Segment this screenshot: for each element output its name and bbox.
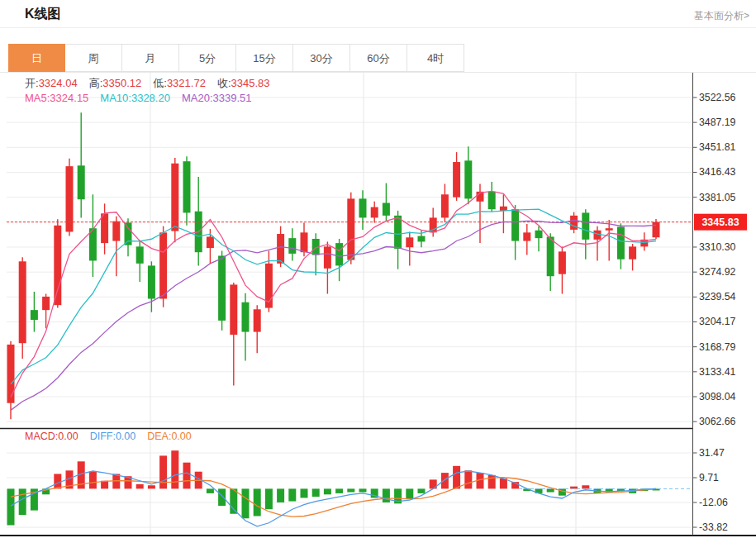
candle[interactable] [629,244,636,270]
macd-bar [288,488,296,501]
candle[interactable] [230,283,237,386]
candles-group [7,112,660,419]
candle-body [406,237,413,247]
candle[interactable] [254,305,261,353]
candle-body [242,302,250,332]
candle-body [112,221,120,241]
candle[interactable] [559,246,566,293]
price-axis-label: 3133.41 [699,366,736,378]
price-axis-label: 3274.92 [699,266,736,278]
ma-item: MA10:3328.20 [100,92,170,104]
price-axis-label: 3522.56 [699,92,736,103]
candle[interactable] [171,158,178,242]
macd-item: DEA:0.00 [147,431,192,442]
candle[interactable] [547,233,554,291]
macd-item: DIFF:0.00 [90,431,136,442]
ma-label: MA20: [182,92,213,104]
macd-bar [265,488,273,509]
candle[interactable] [78,112,85,217]
candle[interactable] [218,251,226,331]
current-price-badge-label: 3345.83 [701,217,739,228]
ohlc-value: 3321.72 [167,77,206,89]
candle[interactable] [54,219,61,307]
candle[interactable] [582,209,589,259]
candle-body [148,265,155,298]
candle-body [288,238,296,254]
macd-legend: MACD:0.00DIFF:0.00DEA:0.00 [25,431,203,442]
candle-body [488,192,496,209]
candle[interactable] [406,231,413,265]
candle[interactable] [453,152,460,201]
candle[interactable] [66,159,74,236]
candle[interactable] [570,212,578,234]
candle-body [523,232,530,240]
macd-bar [7,488,15,525]
macd-axis-label: -33.82 [699,521,728,533]
candle[interactable] [511,205,519,260]
candle[interactable] [347,193,354,264]
ohlc-value: 3350.12 [102,77,141,89]
candle[interactable] [183,156,191,226]
candle[interactable] [359,190,367,230]
ohlc-item: 收:3345.83 [217,77,270,89]
candle[interactable] [606,220,613,260]
candle-body [218,255,226,320]
candle[interactable] [136,240,144,282]
candle-body [559,251,566,274]
macd-bar [324,488,331,494]
macd-bar [312,488,320,497]
macd-axis-label: -12.06 [699,497,728,508]
candle-body [500,207,507,211]
candle[interactable] [617,223,625,269]
ohlc-item: 高:3350.12 [89,77,142,89]
candle[interactable] [464,146,472,204]
candle-body [136,246,144,263]
candle[interactable] [335,239,343,281]
candle-body [464,160,472,198]
candle[interactable] [19,257,26,359]
candle[interactable] [242,293,250,361]
candle[interactable] [488,182,496,212]
macd-value: 0.00 [116,431,136,442]
candle-body [547,236,554,276]
candle[interactable] [148,261,155,312]
ma-label: MA5: [25,92,50,104]
candle-body [606,228,613,231]
candle-body [629,246,636,259]
macd-bar [347,488,354,492]
candle[interactable] [383,183,390,221]
candle-body [570,216,578,230]
candle[interactable] [371,202,378,223]
kline-page: K线图 基本面分析> 日周月5分15分30分60分4时 开:3324.04高:3… [0,0,756,538]
candle-body [159,232,167,298]
candle[interactable] [535,226,543,252]
ohlc-label: 开: [25,77,39,89]
candle[interactable] [195,177,202,265]
candle[interactable] [7,341,15,420]
candle[interactable] [324,241,331,293]
candle[interactable] [441,183,449,221]
candle[interactable] [31,292,38,332]
macd-bar [383,488,390,502]
price-axis-label: 3098.04 [699,391,736,402]
candle[interactable] [265,251,273,312]
candle[interactable] [112,217,120,276]
candle-body [89,228,97,260]
candle-body [207,236,214,248]
ohlc-value: 3345.83 [231,77,270,89]
macd-axis-label: 31.47 [699,447,725,459]
candle[interactable] [89,194,97,277]
macd-bar [207,488,214,493]
macd-bar [418,488,426,493]
candle[interactable] [500,194,507,233]
candle[interactable] [288,228,296,260]
price-axis-label: 3416.43 [699,166,736,178]
macd-bar [136,484,144,489]
candle[interactable] [523,224,530,255]
candle-body [183,161,191,212]
price-axis-label: 3310.30 [699,241,736,253]
macd-bar [277,488,284,502]
candle-body [101,213,108,243]
ma-item: MA20:3339.51 [182,92,252,104]
candle-body [453,162,460,198]
